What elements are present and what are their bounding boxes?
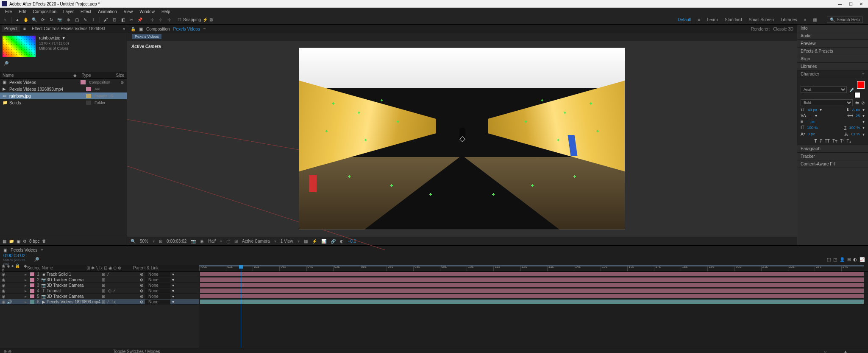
- layer-switches[interactable]: ⊞ ∕ fx: [102, 300, 140, 304]
- camera-dropdown[interactable]: Active Camera: [242, 239, 270, 244]
- workspace-menu-icon[interactable]: ≡: [698, 17, 701, 22]
- selection-tool-icon[interactable]: ▲: [14, 17, 21, 23]
- current-timecode[interactable]: 0:00:03:02: [3, 253, 31, 258]
- parent-pickwhip-icon[interactable]: ⊘: [140, 277, 143, 282]
- layer-label-swatch[interactable]: [30, 278, 34, 282]
- col-label-icon[interactable]: ◆: [73, 73, 82, 78]
- trash-icon[interactable]: 🗑: [42, 239, 46, 244]
- timeline-layer-row[interactable]: ◉▸5📷3D Tracker Camera⊞⊘None▾: [0, 294, 199, 299]
- visibility-toggle-icon[interactable]: ◉: [2, 277, 7, 282]
- layer-name[interactable]: 3D Tracker Camera: [47, 277, 102, 282]
- hscale-value[interactable]: 100 %: [849, 126, 860, 130]
- visibility-toggle-icon[interactable]: ◉: [2, 283, 7, 288]
- tab-effect-controls[interactable]: Effect Controls Pexels Videos 1826893: [29, 25, 108, 32]
- clone-tool-icon[interactable]: ⊡: [111, 17, 118, 23]
- twirl-icon[interactable]: ▸: [25, 272, 29, 277]
- resolution-icon[interactable]: ⊞: [159, 239, 162, 244]
- layer-name[interactable]: 3D Tracker Camera: [47, 294, 102, 299]
- menu-help[interactable]: Help: [158, 8, 174, 15]
- stroke-color-swatch[interactable]: [854, 92, 860, 98]
- col-name[interactable]: Name: [3, 73, 73, 78]
- label-swatch[interactable]: [86, 87, 91, 91]
- workspace-libraries[interactable]: Libraries: [781, 17, 797, 22]
- visibility-toggle-icon[interactable]: ◉: [2, 300, 7, 304]
- swap-colors-icon[interactable]: ⇆: [855, 101, 859, 105]
- fast-preview-icon[interactable]: ⚡: [312, 239, 317, 244]
- workspace-learn[interactable]: Learn: [707, 17, 718, 22]
- layer-name[interactable]: 3D Tracker Camera: [47, 283, 102, 288]
- audio-toggle-icon[interactable]: 🔊: [7, 300, 12, 304]
- menu-layer[interactable]: Layer: [60, 8, 77, 15]
- twirl-icon[interactable]: ▸: [25, 294, 29, 299]
- workspace-standard[interactable]: Standard: [725, 17, 742, 22]
- parent-dropdown[interactable]: None: [145, 300, 170, 304]
- twirl-icon[interactable]: ▸: [25, 277, 29, 282]
- project-settings-icon[interactable]: ⚙: [23, 239, 27, 244]
- parent-dropdown[interactable]: None: [145, 277, 170, 282]
- layer-name[interactable]: Tutorial: [47, 289, 102, 293]
- toggle-switches-icon[interactable]: ⊕ ⊖: [3, 349, 11, 353]
- col-type[interactable]: Type: [82, 73, 111, 78]
- leading-value[interactable]: Auto: [852, 108, 860, 112]
- panel-tracker[interactable]: Tracker: [797, 153, 868, 160]
- roi-icon[interactable]: ▢: [226, 239, 230, 244]
- playhead[interactable]: [241, 265, 241, 348]
- col-size[interactable]: Size: [111, 73, 124, 78]
- tab-project-menu-icon[interactable]: ≡: [23, 26, 26, 31]
- roto-tool-icon[interactable]: ✂: [128, 17, 135, 23]
- zoom-value[interactable]: 50%: [140, 239, 148, 244]
- rotate-tool-icon[interactable]: ↻: [48, 17, 55, 23]
- maximize-button[interactable]: ☐: [849, 2, 853, 6]
- puppet-tool-icon[interactable]: 📌: [136, 17, 143, 23]
- local-axis-icon[interactable]: ⊹: [149, 17, 156, 23]
- layer-bar[interactable]: [200, 272, 864, 276]
- minimize-button[interactable]: —: [838, 2, 842, 6]
- panel-content-aware-fill[interactable]: Content-Aware Fill: [797, 160, 868, 168]
- menu-composition[interactable]: Composition: [29, 8, 60, 15]
- fill-color-swatch[interactable]: [857, 81, 865, 89]
- type-tool-icon[interactable]: T: [90, 17, 97, 23]
- layer-bar[interactable]: [200, 277, 864, 282]
- timeline-tracks[interactable]: :00s01s02s03s04s05s06s07s08s09s10s11s12s…: [199, 265, 868, 348]
- project-search-input[interactable]: [3, 66, 123, 70]
- layer-label-swatch[interactable]: [30, 300, 34, 304]
- view-axis-icon[interactable]: ⊹: [166, 17, 172, 23]
- panel-audio[interactable]: Audio: [797, 32, 868, 40]
- parent-pickwhip-icon[interactable]: ⊘: [140, 300, 143, 304]
- search-help[interactable]: 🔍 Search Help: [827, 17, 863, 23]
- graph-editor-icon[interactable]: 📈: [860, 257, 865, 262]
- renderer-value[interactable]: Classic 3D: [773, 27, 793, 31]
- timeline-layer-row[interactable]: ◉▸4TTutorial⊞ ⊙ ∕⊘None▾: [0, 288, 199, 294]
- superscript-icon[interactable]: T¹: [840, 139, 844, 143]
- layer-switches[interactable]: ⊞: [102, 277, 140, 282]
- camera-tool-icon[interactable]: 📷: [56, 17, 63, 23]
- twirl-icon[interactable]: ▸: [25, 289, 29, 293]
- work-area-bar[interactable]: [199, 265, 864, 266]
- twirl-icon[interactable]: ▸: [25, 300, 29, 304]
- viewer-timecode[interactable]: 0:00:03:02: [167, 239, 186, 244]
- tab-project[interactable]: Project: [2, 25, 20, 32]
- layer-name[interactable]: Pexels Videos 1826893.mp4: [47, 300, 102, 304]
- close-button[interactable]: ✕: [860, 2, 863, 6]
- visibility-toggle-icon[interactable]: ◉: [2, 294, 7, 299]
- timeline-layer-row[interactable]: ◉▸3📷3D Tracker Camera⊞⊘None▾: [0, 283, 199, 288]
- font-size-value[interactable]: 40 px: [808, 108, 817, 112]
- eraser-tool-icon[interactable]: ◧: [120, 17, 126, 23]
- italic-icon[interactable]: T: [820, 139, 822, 143]
- menu-window[interactable]: Window: [136, 8, 158, 15]
- smallcaps-icon[interactable]: Tᴛ: [832, 139, 837, 143]
- tabs-overflow-icon[interactable]: »: [122, 26, 125, 31]
- parent-dropdown[interactable]: None: [145, 294, 170, 299]
- draft3d-icon[interactable]: ◳: [833, 257, 837, 262]
- subscript-icon[interactable]: T₁: [846, 139, 851, 143]
- timeline-layer-row[interactable]: ◉🔊▸6▶Pexels Videos 1826893.mp4⊞ ∕ fx⊘Non…: [0, 299, 199, 305]
- timeline-tab-menu-icon[interactable]: ≡: [41, 248, 43, 252]
- home-icon[interactable]: ⌂: [2, 17, 8, 23]
- panel-character-header[interactable]: Character ≡: [797, 70, 868, 78]
- tracking-value[interactable]: 25: [856, 114, 860, 118]
- pan-behind-tool-icon[interactable]: ⊕: [65, 17, 72, 23]
- snapshot-icon[interactable]: 📷: [191, 239, 196, 244]
- comp-lock-icon[interactable]: 🔒: [131, 27, 136, 31]
- resolution-value[interactable]: Half: [208, 239, 216, 244]
- layer-label-swatch[interactable]: [30, 272, 34, 276]
